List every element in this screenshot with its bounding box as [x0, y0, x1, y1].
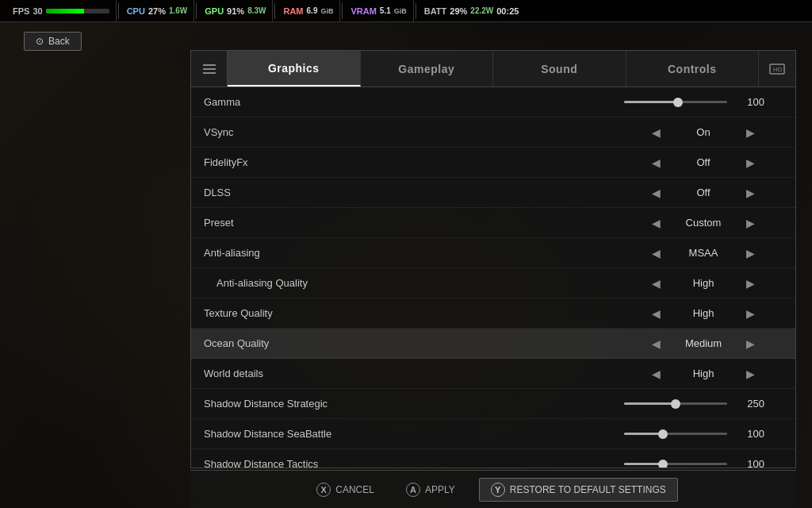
- shadow-strategic-slider-container: 250: [624, 398, 783, 410]
- hud-divider-3: [274, 3, 275, 19]
- ocean-quality-label: Ocean Quality: [204, 337, 624, 349]
- hud-divider-1: [118, 3, 119, 19]
- shadow-strategic-value: 250: [737, 398, 764, 410]
- shadow-strategic-slider-track[interactable]: [624, 402, 727, 405]
- anti-aliasing-label: Anti-aliasing: [204, 247, 624, 259]
- fps-bar: [46, 9, 109, 13]
- gamma-slider-track[interactable]: [624, 101, 727, 103]
- gpu-watt: 8.3W: [247, 6, 266, 15]
- anti-aliasing-quality-prev-button[interactable]: ◀: [647, 275, 665, 291]
- fidelityfx-value: Off: [672, 156, 735, 168]
- anti-aliasing-control: ◀ MSAA ▶: [624, 245, 783, 261]
- vram-sup: GiB: [394, 7, 407, 15]
- setting-row-vsync: VSync ◀ On ▶: [191, 117, 795, 148]
- shadow-tactics-slider-track[interactable]: [624, 463, 727, 465]
- shadow-strategic-label: Shadow Distance Strategic: [204, 398, 624, 410]
- ocean-quality-prev-button[interactable]: ◀: [647, 336, 665, 352]
- tab-icon-left: [191, 51, 228, 87]
- setting-row-dlss: DLSS ◀ Off ▶: [191, 178, 795, 208]
- anti-aliasing-value: MSAA: [672, 247, 735, 259]
- shadow-seabattle-label: Shadow Distance SeaBattle: [204, 428, 624, 440]
- restore-label: RESTORE TO DEFAULT SETTINGS: [510, 484, 666, 495]
- fps-bar-fill: [46, 9, 84, 13]
- shadow-strategic-slider-thumb[interactable]: [671, 399, 680, 409]
- back-button[interactable]: ⊙ Back: [24, 32, 82, 51]
- setting-row-preset: Preset ◀ Custom ▶: [191, 208, 795, 238]
- gpu-percent: 91%: [227, 6, 244, 16]
- batt-percent: 29%: [450, 6, 467, 16]
- cpu-watt: 1.6W: [169, 6, 187, 15]
- vsync-control: ◀ On ▶: [624, 125, 783, 140]
- shadow-tactics-value: 100: [737, 458, 764, 468]
- dlss-value: Off: [672, 187, 735, 198]
- dlss-next-button[interactable]: ▶: [741, 185, 760, 201]
- world-details-next-button[interactable]: ▶: [741, 366, 760, 382]
- shadow-tactics-slider-thumb[interactable]: [658, 460, 668, 468]
- hud-gpu: GPU 91% 8.3W: [198, 0, 273, 21]
- shadow-strategic-slider-fill: [624, 402, 676, 405]
- shadow-seabattle-slider-track[interactable]: [624, 433, 727, 435]
- settings-panel: Graphics Gameplay Sound Controls HD Gamm…: [190, 50, 796, 468]
- cancel-button[interactable]: X CANCEL: [308, 479, 382, 500]
- fps-value: 30: [33, 6, 42, 16]
- hud-vram: VRAM 5.1 GiB: [344, 0, 413, 21]
- preset-label: Preset: [204, 217, 624, 229]
- bottom-bar: X CANCEL A APPLY Y RESTORE TO DEFAULT SE…: [190, 470, 796, 508]
- preset-control: ◀ Custom ▶: [624, 215, 783, 231]
- dlss-label: DLSS: [204, 187, 624, 198]
- gamma-slider-thumb[interactable]: [673, 98, 683, 107]
- world-details-prev-button[interactable]: ◀: [647, 366, 665, 382]
- vsync-next-button[interactable]: ▶: [741, 125, 760, 140]
- tab-graphics[interactable]: Graphics: [228, 51, 361, 87]
- setting-row-shadow-tactics: Shadow Distance Tactics 100: [191, 449, 795, 468]
- tab-controls[interactable]: Controls: [626, 51, 760, 87]
- shadow-seabattle-slider-container: 100: [624, 428, 783, 440]
- shadow-seabattle-slider-thumb[interactable]: [658, 429, 668, 439]
- hud-cpu: CPU 27% 1.6W: [121, 0, 195, 21]
- hud-divider-5: [416, 3, 416, 19]
- hud-batt: BATT 29% 22.2W 00:25: [418, 0, 526, 21]
- cancel-label: CANCEL: [335, 484, 374, 495]
- preset-prev-button[interactable]: ◀: [647, 215, 665, 231]
- restore-button[interactable]: Y RESTORE TO DEFAULT SETTINGS: [479, 478, 678, 502]
- svg-rect-2: [203, 72, 216, 74]
- svg-rect-1: [203, 68, 216, 70]
- apply-label: APPLY: [425, 484, 455, 495]
- hud-ram: RAM 6.9 GiB: [277, 0, 340, 21]
- batt-time: 00:25: [496, 6, 519, 16]
- texture-quality-control: ◀ High ▶: [624, 306, 783, 321]
- anti-aliasing-quality-next-button[interactable]: ▶: [741, 275, 760, 291]
- shadow-tactics-slider-container: 100: [624, 458, 783, 468]
- vram-label: VRAM: [350, 6, 376, 16]
- restore-icon: Y: [491, 483, 505, 497]
- anti-aliasing-quality-value: High: [672, 277, 735, 289]
- world-details-value: High: [672, 368, 735, 379]
- texture-quality-prev-button[interactable]: ◀: [647, 306, 665, 321]
- apply-button[interactable]: A APPLY: [398, 479, 463, 500]
- settings-list: Gamma 100 VSync ◀ On ▶: [191, 87, 795, 468]
- cpu-percent: 27%: [148, 6, 166, 16]
- setting-row-fidelityfx: FidelityFx ◀ Off ▶: [191, 148, 795, 178]
- world-details-label: World details: [204, 368, 624, 379]
- preset-next-button[interactable]: ▶: [741, 215, 760, 231]
- tab-graphics-label: Graphics: [268, 62, 320, 75]
- vsync-prev-button[interactable]: ◀: [647, 125, 665, 140]
- anti-aliasing-prev-button[interactable]: ◀: [647, 245, 665, 261]
- tab-sound[interactable]: Sound: [493, 51, 626, 87]
- texture-quality-next-button[interactable]: ▶: [741, 306, 760, 321]
- ocean-quality-next-button[interactable]: ▶: [741, 336, 760, 352]
- svg-rect-0: [203, 64, 216, 66]
- fidelityfx-next-button[interactable]: ▶: [741, 155, 760, 171]
- main-area: ⊙ Back Graphics Gameplay Sound Controls …: [0, 22, 812, 508]
- texture-quality-value: High: [672, 307, 735, 319]
- tab-gameplay[interactable]: Gameplay: [361, 51, 494, 87]
- world-details-control: ◀ High ▶: [624, 366, 783, 382]
- svg-text:HD: HD: [773, 66, 783, 73]
- anti-aliasing-next-button[interactable]: ▶: [741, 245, 760, 261]
- ram-sup: GiB: [320, 7, 333, 15]
- ocean-quality-value: Medium: [672, 337, 735, 349]
- dlss-prev-button[interactable]: ◀: [647, 185, 665, 201]
- fidelityfx-prev-button[interactable]: ◀: [647, 155, 665, 171]
- dlss-control: ◀ Off ▶: [624, 185, 783, 201]
- setting-row-shadow-strategic: Shadow Distance Strategic 250: [191, 389, 795, 419]
